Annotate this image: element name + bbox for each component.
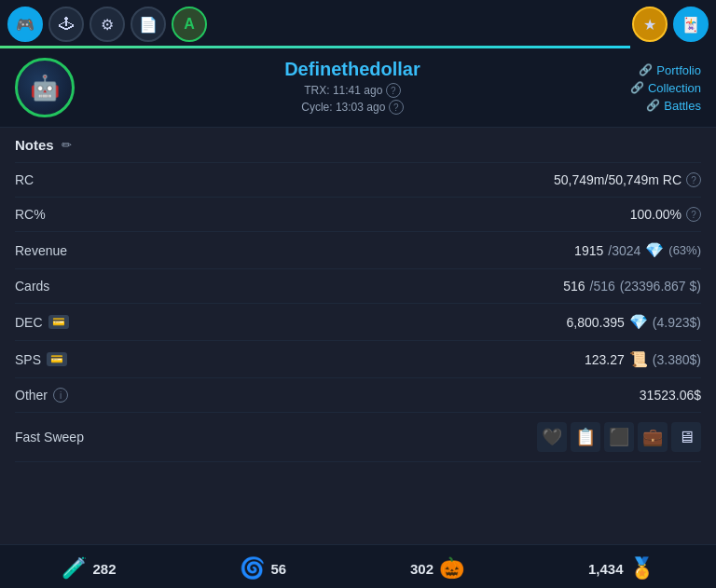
cycle-info-icon[interactable]: ? bbox=[389, 100, 404, 115]
vortex-stat: 🌀 56 bbox=[240, 556, 286, 581]
portfolio-link[interactable]: 🔗 Portfolio bbox=[639, 63, 701, 77]
pumpkin-value: 302 bbox=[410, 561, 434, 577]
main-content: Notes ✏ RC 50,749m/50,749m RC ? RC% 100.… bbox=[0, 128, 716, 462]
dec-label: DEC 💳 bbox=[15, 315, 69, 330]
profile-links: 🔗 Portfolio 🔗 Collection 🔗 Battles bbox=[630, 63, 701, 113]
rc-label: RC bbox=[15, 172, 34, 187]
controller-nav-icon[interactable]: 🕹 bbox=[48, 7, 84, 42]
sps-label: SPS 💳 bbox=[15, 352, 67, 367]
cycle-time: Cycle: 13:03 ago ? bbox=[75, 100, 630, 115]
other-value: 31523.06$ bbox=[640, 388, 701, 403]
potion-stat: 🧪 282 bbox=[62, 556, 116, 581]
other-label: Other i bbox=[15, 388, 68, 403]
collection-link[interactable]: 🔗 Collection bbox=[630, 81, 701, 95]
fast-sweep-row: Fast Sweep 🖤 📋 ⬛ 💼 🖥 bbox=[15, 413, 701, 462]
sweep-icons-container: 🖤 📋 ⬛ 💼 🖥 bbox=[537, 422, 701, 452]
rc-percent-row: RC% 100.00% ? bbox=[15, 198, 701, 232]
avatar: 🤖 bbox=[15, 58, 75, 117]
rc-row: RC 50,749m/50,749m RC ? bbox=[15, 163, 701, 198]
sweep-icon-1[interactable]: 🖤 bbox=[537, 422, 567, 452]
sweep-icon-4[interactable]: 💼 bbox=[638, 422, 668, 452]
rc-info-icon[interactable]: ? bbox=[686, 172, 701, 187]
sweep-icon-3[interactable]: ⬛ bbox=[604, 422, 634, 452]
profile-username: Definethedollar bbox=[75, 59, 630, 80]
sps-value: 123.27 📜 (3.380$) bbox=[585, 350, 701, 368]
cards-row: Cards 516 /516 (23396.867 $) bbox=[15, 269, 701, 304]
revenue-value: 1915 /3024 💎 (63%) bbox=[574, 241, 701, 259]
top-navigation: 🎮 🕹 ⚙ 📄 A ★ 🃏 bbox=[0, 0, 716, 48]
gem-icon: 💎 bbox=[645, 241, 664, 259]
profile-info: Definethedollar TRX: 11:41 ago ? Cycle: … bbox=[75, 59, 630, 116]
notes-row: Notes ✏ bbox=[15, 128, 701, 163]
other-info-icon[interactable]: i bbox=[53, 388, 68, 403]
game-nav-icon[interactable]: 🎮 bbox=[7, 7, 43, 42]
card-nav-icon[interactable]: 🃏 bbox=[673, 7, 709, 42]
trx-info-icon[interactable]: ? bbox=[386, 83, 401, 98]
star-nav-icon[interactable]: ★ bbox=[632, 7, 668, 42]
trx-time: TRX: 11:41 ago ? bbox=[75, 83, 630, 98]
user-nav-icon[interactable]: A bbox=[172, 7, 207, 42]
cards-label: Cards bbox=[15, 279, 49, 294]
rc-percent-value: 100.00% ? bbox=[630, 207, 701, 222]
revenue-row: Revenue 1915 /3024 💎 (63%) bbox=[15, 232, 701, 269]
battles-link-icon: 🔗 bbox=[646, 99, 660, 112]
sweep-icon-5[interactable]: 🖥 bbox=[671, 422, 701, 452]
dec-wallet-icon[interactable]: 💳 bbox=[48, 315, 69, 329]
sps-row: SPS 💳 123.27 📜 (3.380$) bbox=[15, 341, 701, 378]
nav-right-icons: ★ 🃏 bbox=[632, 7, 709, 42]
rc-value: 50,749m/50,749m RC ? bbox=[554, 172, 701, 187]
rc-percent-label: RC% bbox=[15, 207, 46, 222]
sweep-icon-2[interactable]: 📋 bbox=[571, 422, 600, 452]
nav-left-icons: 🎮 🕹 ⚙ 📄 A bbox=[7, 7, 207, 42]
vortex-value: 56 bbox=[270, 561, 286, 577]
notes-label: Notes bbox=[15, 137, 54, 153]
collection-link-icon: 🔗 bbox=[630, 81, 644, 94]
cards-value: 516 /516 (23396.867 $) bbox=[563, 279, 701, 294]
potion-value: 282 bbox=[92, 561, 116, 577]
document-nav-icon[interactable]: 📄 bbox=[131, 7, 166, 42]
dec-value: 6,800.395 💎 (4.923$) bbox=[567, 313, 701, 331]
profile-section: 🤖 Definethedollar TRX: 11:41 ago ? Cycle… bbox=[0, 48, 716, 128]
other-row: Other i 31523.06$ bbox=[15, 378, 701, 413]
medal-value: 1,434 bbox=[588, 561, 624, 577]
fast-sweep-label: Fast Sweep bbox=[15, 430, 84, 444]
rc-percent-info-icon[interactable]: ? bbox=[686, 207, 701, 222]
dec-row: DEC 💳 6,800.395 💎 (4.923$) bbox=[15, 304, 701, 341]
medal-stat: 1,434 🏅 bbox=[588, 556, 654, 581]
potion-icon: 🧪 bbox=[62, 556, 87, 581]
vortex-icon: 🌀 bbox=[240, 556, 265, 581]
revenue-label: Revenue bbox=[15, 243, 67, 258]
sps-scroll-icon: 📜 bbox=[629, 350, 648, 368]
settings-nav-icon[interactable]: ⚙ bbox=[90, 7, 125, 42]
battles-link[interactable]: 🔗 Battles bbox=[646, 99, 701, 113]
dec-gem-icon: 💎 bbox=[629, 313, 648, 331]
sps-wallet-icon[interactable]: 💳 bbox=[47, 352, 67, 366]
notes-edit-icon[interactable]: ✏ bbox=[62, 138, 72, 152]
pumpkin-stat: 302 🎃 bbox=[410, 556, 464, 581]
bottom-stats-bar: 🧪 282 🌀 56 302 🎃 1,434 🏅 bbox=[0, 544, 716, 588]
medal-icon: 🏅 bbox=[629, 556, 654, 581]
pumpkin-icon: 🎃 bbox=[439, 556, 464, 581]
profile-meta: TRX: 11:41 ago ? Cycle: 13:03 ago ? bbox=[75, 83, 630, 115]
portfolio-link-icon: 🔗 bbox=[639, 63, 653, 76]
